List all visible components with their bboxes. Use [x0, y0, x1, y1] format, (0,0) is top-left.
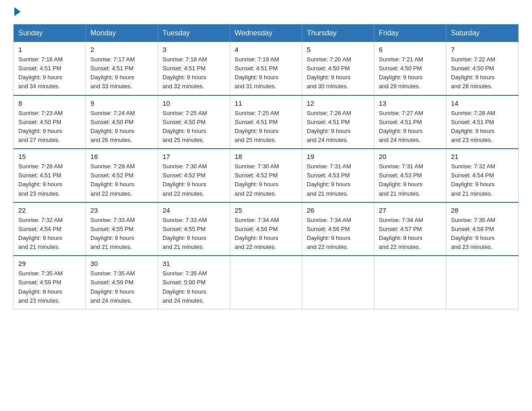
calendar-week-row: 8Sunrise: 7:23 AMSunset: 4:50 PMDaylight…	[14, 95, 519, 149]
calendar-cell: 23Sunrise: 7:33 AMSunset: 4:55 PMDayligh…	[86, 202, 158, 256]
day-number: 21	[451, 153, 514, 160]
day-number: 25	[235, 206, 297, 214]
calendar-cell: 7Sunrise: 7:22 AMSunset: 4:50 PMDaylight…	[446, 42, 519, 95]
day-info: Sunrise: 7:21 AMSunset: 4:50 PMDaylight:…	[379, 55, 442, 91]
col-header-monday: Monday	[86, 25, 158, 42]
day-number: 8	[18, 99, 81, 107]
day-number: 26	[307, 206, 369, 214]
day-number: 14	[451, 99, 514, 107]
calendar-cell: 18Sunrise: 7:30 AMSunset: 4:52 PMDayligh…	[230, 149, 302, 202]
day-info: Sunrise: 7:32 AMSunset: 4:54 PMDaylight:…	[18, 216, 81, 252]
calendar-header-row: SundayMondayTuesdayWednesdayThursdayFrid…	[14, 25, 519, 42]
day-info: Sunrise: 7:26 AMSunset: 4:51 PMDaylight:…	[307, 109, 369, 145]
calendar-cell: 19Sunrise: 7:31 AMSunset: 4:53 PMDayligh…	[302, 149, 374, 202]
day-info: Sunrise: 7:28 AMSunset: 4:51 PMDaylight:…	[18, 162, 81, 198]
col-header-thursday: Thursday	[302, 25, 374, 42]
calendar-cell: 17Sunrise: 7:30 AMSunset: 4:52 PMDayligh…	[158, 149, 230, 202]
calendar-cell: 5Sunrise: 7:20 AMSunset: 4:50 PMDaylight…	[302, 42, 374, 95]
calendar-cell: 11Sunrise: 7:25 AMSunset: 4:51 PMDayligh…	[230, 95, 302, 149]
calendar-cell: 24Sunrise: 7:33 AMSunset: 4:55 PMDayligh…	[158, 202, 230, 256]
day-info: Sunrise: 7:16 AMSunset: 4:51 PMDaylight:…	[18, 55, 81, 91]
calendar-week-row: 22Sunrise: 7:32 AMSunset: 4:54 PMDayligh…	[14, 202, 519, 256]
day-number: 11	[235, 99, 297, 107]
calendar-week-row: 29Sunrise: 7:35 AMSunset: 4:59 PMDayligh…	[14, 256, 519, 309]
col-header-wednesday: Wednesday	[230, 25, 302, 42]
day-number: 31	[163, 260, 225, 267]
day-info: Sunrise: 7:31 AMSunset: 4:53 PMDaylight:…	[307, 162, 369, 198]
col-header-friday: Friday	[374, 25, 446, 42]
day-info: Sunrise: 7:35 AMSunset: 4:58 PMDaylight:…	[451, 216, 514, 252]
day-number: 30	[90, 260, 153, 267]
day-number: 15	[18, 153, 81, 160]
day-info: Sunrise: 7:25 AMSunset: 4:50 PMDaylight:…	[163, 109, 225, 145]
calendar-cell: 2Sunrise: 7:17 AMSunset: 4:51 PMDaylight…	[86, 42, 158, 95]
day-number: 22	[18, 206, 81, 214]
calendar-cell: 29Sunrise: 7:35 AMSunset: 4:59 PMDayligh…	[14, 256, 86, 309]
day-number: 16	[90, 153, 153, 160]
calendar-cell: 6Sunrise: 7:21 AMSunset: 4:50 PMDaylight…	[374, 42, 446, 95]
day-number: 18	[235, 153, 297, 160]
calendar-cell	[302, 256, 374, 309]
day-number: 13	[379, 99, 442, 107]
calendar-cell: 3Sunrise: 7:18 AMSunset: 4:51 PMDaylight…	[158, 42, 230, 95]
day-number: 6	[379, 46, 442, 53]
calendar-cell: 4Sunrise: 7:19 AMSunset: 4:51 PMDaylight…	[230, 42, 302, 95]
col-header-tuesday: Tuesday	[158, 25, 230, 42]
day-number: 29	[18, 260, 81, 267]
calendar-cell: 26Sunrise: 7:34 AMSunset: 4:56 PMDayligh…	[302, 202, 374, 256]
calendar-cell: 16Sunrise: 7:29 AMSunset: 4:52 PMDayligh…	[86, 149, 158, 202]
calendar-cell: 28Sunrise: 7:35 AMSunset: 4:58 PMDayligh…	[446, 202, 519, 256]
day-info: Sunrise: 7:25 AMSunset: 4:51 PMDaylight:…	[235, 109, 297, 145]
logo	[13, 9, 21, 16]
calendar-cell	[230, 256, 302, 309]
day-info: Sunrise: 7:34 AMSunset: 4:56 PMDaylight:…	[307, 216, 369, 252]
day-info: Sunrise: 7:17 AMSunset: 4:51 PMDaylight:…	[90, 55, 153, 91]
day-info: Sunrise: 7:34 AMSunset: 4:56 PMDaylight:…	[235, 216, 297, 252]
calendar-cell: 15Sunrise: 7:28 AMSunset: 4:51 PMDayligh…	[14, 149, 86, 202]
day-info: Sunrise: 7:35 AMSunset: 5:00 PMDaylight:…	[163, 269, 225, 305]
day-number: 9	[90, 99, 153, 107]
calendar-cell	[374, 256, 446, 309]
calendar-cell: 25Sunrise: 7:34 AMSunset: 4:56 PMDayligh…	[230, 202, 302, 256]
day-info: Sunrise: 7:24 AMSunset: 4:50 PMDaylight:…	[90, 109, 153, 145]
day-info: Sunrise: 7:32 AMSunset: 4:54 PMDaylight:…	[451, 162, 514, 198]
day-info: Sunrise: 7:33 AMSunset: 4:55 PMDaylight:…	[90, 216, 153, 252]
calendar-cell: 10Sunrise: 7:25 AMSunset: 4:50 PMDayligh…	[158, 95, 230, 149]
page-header	[13, 9, 519, 16]
day-number: 2	[90, 46, 153, 53]
day-info: Sunrise: 7:23 AMSunset: 4:50 PMDaylight:…	[18, 109, 81, 145]
day-info: Sunrise: 7:30 AMSunset: 4:52 PMDaylight:…	[163, 162, 225, 198]
col-header-sunday: Sunday	[14, 25, 86, 42]
calendar-week-row: 1Sunrise: 7:16 AMSunset: 4:51 PMDaylight…	[14, 42, 519, 95]
calendar-cell: 27Sunrise: 7:34 AMSunset: 4:57 PMDayligh…	[374, 202, 446, 256]
day-number: 3	[163, 46, 225, 53]
day-number: 23	[90, 206, 153, 214]
day-number: 10	[163, 99, 225, 107]
day-number: 27	[379, 206, 442, 214]
calendar-table: SundayMondayTuesdayWednesdayThursdayFrid…	[13, 24, 519, 309]
calendar-cell: 22Sunrise: 7:32 AMSunset: 4:54 PMDayligh…	[14, 202, 86, 256]
calendar-cell: 9Sunrise: 7:24 AMSunset: 4:50 PMDaylight…	[86, 95, 158, 149]
day-number: 12	[307, 99, 369, 107]
day-number: 7	[451, 46, 514, 53]
day-info: Sunrise: 7:20 AMSunset: 4:50 PMDaylight:…	[307, 55, 369, 91]
day-info: Sunrise: 7:22 AMSunset: 4:50 PMDaylight:…	[451, 55, 514, 91]
day-info: Sunrise: 7:31 AMSunset: 4:53 PMDaylight:…	[379, 162, 442, 198]
calendar-cell: 14Sunrise: 7:28 AMSunset: 4:51 PMDayligh…	[446, 95, 519, 149]
day-info: Sunrise: 7:35 AMSunset: 4:59 PMDaylight:…	[18, 269, 81, 305]
day-info: Sunrise: 7:28 AMSunset: 4:51 PMDaylight:…	[451, 109, 514, 145]
day-number: 28	[451, 206, 514, 214]
day-info: Sunrise: 7:34 AMSunset: 4:57 PMDaylight:…	[379, 216, 442, 252]
calendar-cell: 12Sunrise: 7:26 AMSunset: 4:51 PMDayligh…	[302, 95, 374, 149]
day-number: 17	[163, 153, 225, 160]
day-number: 20	[379, 153, 442, 160]
logo-triangle-icon	[14, 7, 21, 16]
day-info: Sunrise: 7:18 AMSunset: 4:51 PMDaylight:…	[163, 55, 225, 91]
calendar-week-row: 15Sunrise: 7:28 AMSunset: 4:51 PMDayligh…	[14, 149, 519, 202]
calendar-cell: 13Sunrise: 7:27 AMSunset: 4:51 PMDayligh…	[374, 95, 446, 149]
calendar-cell: 1Sunrise: 7:16 AMSunset: 4:51 PMDaylight…	[14, 42, 86, 95]
day-number: 24	[163, 206, 225, 214]
calendar-cell: 20Sunrise: 7:31 AMSunset: 4:53 PMDayligh…	[374, 149, 446, 202]
day-info: Sunrise: 7:35 AMSunset: 4:59 PMDaylight:…	[90, 269, 153, 305]
col-header-saturday: Saturday	[446, 25, 519, 42]
